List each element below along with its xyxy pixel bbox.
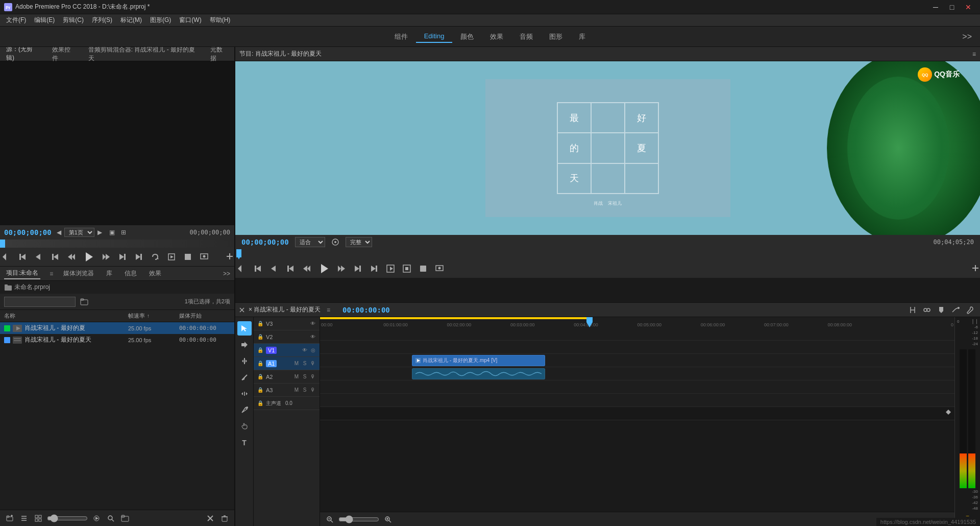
program-add-button[interactable] xyxy=(971,264,980,274)
project-search-button[interactable] xyxy=(105,513,116,524)
source-ruler[interactable] xyxy=(0,240,234,248)
timeline-snap-button[interactable] xyxy=(944,408,952,418)
menu-edit[interactable]: 编辑(E) xyxy=(30,15,59,26)
menu-window[interactable]: 窗口(W) xyxy=(175,15,205,26)
close-button[interactable]: ✕ xyxy=(961,2,976,12)
maximize-button[interactable]: □ xyxy=(944,2,960,12)
program-step-frame-back[interactable] xyxy=(284,262,297,275)
source-page-select[interactable]: 第1页 xyxy=(64,228,94,237)
source-timecode[interactable]: 00;00;00;00 xyxy=(4,228,52,236)
program-mark-in[interactable] xyxy=(235,262,248,275)
track-master-lock[interactable]: 🔒 xyxy=(257,400,264,407)
program-quality-select[interactable]: 完整 1/2 1/4 xyxy=(346,237,372,247)
track-v3-eye[interactable]: 👁 xyxy=(309,320,316,327)
track-a3-mic[interactable]: 🎙 xyxy=(309,387,316,394)
track-v2-lock[interactable]: 🔒 xyxy=(257,333,264,341)
source-go-to-out[interactable] xyxy=(116,251,129,263)
track-v3-lock[interactable]: 🔒 xyxy=(257,320,264,327)
project-icon-view[interactable] xyxy=(33,513,44,524)
program-loop[interactable] xyxy=(384,262,397,275)
track-a1-s[interactable]: S xyxy=(301,360,308,367)
program-timecode[interactable]: 00;00;00;00 xyxy=(241,238,289,246)
page-next-button[interactable]: ▶ xyxy=(96,228,103,237)
pen-tool-btn[interactable] xyxy=(237,403,252,417)
project-tab-library[interactable]: 库 xyxy=(104,268,114,279)
source-step-fwd[interactable] xyxy=(133,251,145,263)
track-a2-s[interactable]: S xyxy=(301,373,308,380)
ws-tab-audio[interactable]: 音频 xyxy=(511,30,541,43)
timeline-menu-btn[interactable]: ≡ xyxy=(327,306,330,314)
track-select-tool-btn[interactable] xyxy=(237,338,252,352)
source-loop[interactable] xyxy=(149,251,161,263)
project-tab-effects[interactable]: 效果 xyxy=(147,268,163,279)
tl-settings-btn[interactable] xyxy=(949,304,962,316)
timeline-timecode[interactable]: 00:00:00:00 xyxy=(342,306,390,314)
workspace-more-button[interactable]: >> xyxy=(962,32,972,41)
source-tab-audio-mixer[interactable]: 音频剪辑混合器: 肖战宋祖儿 - 最好的夏天 xyxy=(86,44,200,64)
project-zoom-slider[interactable] xyxy=(47,514,88,522)
program-fit-select[interactable]: 适合 25% 50% 100% xyxy=(295,237,325,247)
program-go-to-in[interactable] xyxy=(268,262,280,275)
ws-tab-graphics[interactable]: 图形 xyxy=(541,30,571,43)
project-delete-button[interactable] xyxy=(219,513,230,524)
tl-wrench-btn[interactable] xyxy=(964,304,976,316)
program-ruler[interactable] xyxy=(235,249,980,259)
source-overwrite[interactable] xyxy=(182,251,194,263)
source-step-back[interactable] xyxy=(16,251,29,263)
source-step-frame-fwd[interactable] xyxy=(100,251,112,263)
menu-graphics[interactable]: 图形(G) xyxy=(146,15,175,26)
project-tab-info[interactable]: 信息 xyxy=(122,268,139,279)
track-v1-lock[interactable]: 🔒 xyxy=(257,347,264,354)
source-step-frame-back2[interactable] xyxy=(65,251,78,263)
project-panel-menu[interactable]: ≡ xyxy=(50,270,53,277)
column-name-label[interactable]: 名称 xyxy=(4,312,128,320)
source-tab-effects[interactable]: 效果控件 xyxy=(50,44,78,64)
track-a2-m[interactable]: M xyxy=(293,373,300,380)
menu-help[interactable]: 帮助(H) xyxy=(206,15,235,26)
timeline-zoom-slider[interactable] xyxy=(338,515,379,523)
timeline-close-icon[interactable] xyxy=(239,307,244,313)
project-search-input[interactable] xyxy=(4,297,76,307)
source-safe-insert[interactable] xyxy=(165,251,178,263)
source-go-to-in[interactable] xyxy=(49,251,61,263)
selection-tool-btn[interactable] xyxy=(237,321,252,336)
column-fps-label[interactable]: 帧速率 ↑ xyxy=(128,312,179,320)
program-step-back[interactable] xyxy=(252,262,264,275)
razor-tool-btn[interactable] xyxy=(237,370,252,385)
project-item-2[interactable]: 肖战宋祖儿 - 最好的夏天 25.00 fps 00:00:00:00 xyxy=(0,334,234,346)
program-prev-frame[interactable] xyxy=(301,262,313,275)
project-folder-button[interactable] xyxy=(119,513,131,524)
timeline-zoom-out[interactable] xyxy=(324,514,335,525)
program-settings-icon[interactable] xyxy=(331,238,339,246)
project-automate-button[interactable] xyxy=(91,513,102,524)
program-play-button[interactable] xyxy=(317,261,331,276)
program-go-to-out[interactable] xyxy=(368,262,380,275)
v1-clip-block[interactable]: 肖战宋祖儿 - 最好的夏天.mp4 [V] xyxy=(412,355,545,366)
project-tabs-more[interactable]: >> xyxy=(223,270,230,277)
program-safe-insert[interactable] xyxy=(401,262,413,275)
tl-link-btn[interactable] xyxy=(921,304,933,316)
titlebar-controls[interactable]: ─ □ ✕ xyxy=(928,2,976,12)
source-safe-button[interactable]: ⊞ xyxy=(121,229,126,236)
ripple-edit-tool-btn[interactable] xyxy=(237,354,252,368)
track-a3-lock[interactable]: 🔒 xyxy=(257,387,264,394)
track-a1-lock[interactable]: 🔒 xyxy=(257,360,264,367)
timeline-ruler[interactable]: 00:00 00:01:00:00 00:02:00:00 00:03:00:0… xyxy=(320,317,954,327)
program-monitor-menu[interactable]: ≡ xyxy=(972,51,976,58)
program-next-frame[interactable] xyxy=(335,262,348,275)
track-a1-m[interactable]: M xyxy=(293,360,300,367)
source-tab-metadata[interactable]: 元数据 xyxy=(208,44,230,64)
track-a2-mic[interactable]: 🎙 xyxy=(309,373,316,380)
ws-tab-color[interactable]: 颜色 xyxy=(452,30,482,43)
track-a2-lock[interactable]: 🔒 xyxy=(257,373,264,380)
program-step-fwd[interactable] xyxy=(352,262,364,275)
column-start-label[interactable]: 媒体开始 xyxy=(179,312,230,320)
type-tool-btn[interactable]: T xyxy=(237,436,252,450)
project-tab-project[interactable]: 项目:未命名 xyxy=(4,268,40,279)
page-prev-button[interactable]: ◀ xyxy=(56,228,62,237)
program-overwrite[interactable] xyxy=(417,262,429,275)
project-list-view[interactable] xyxy=(18,513,30,524)
project-new-item-button[interactable] xyxy=(4,513,15,524)
minimize-button[interactable]: ─ xyxy=(928,2,943,12)
source-play-button[interactable] xyxy=(82,250,96,264)
